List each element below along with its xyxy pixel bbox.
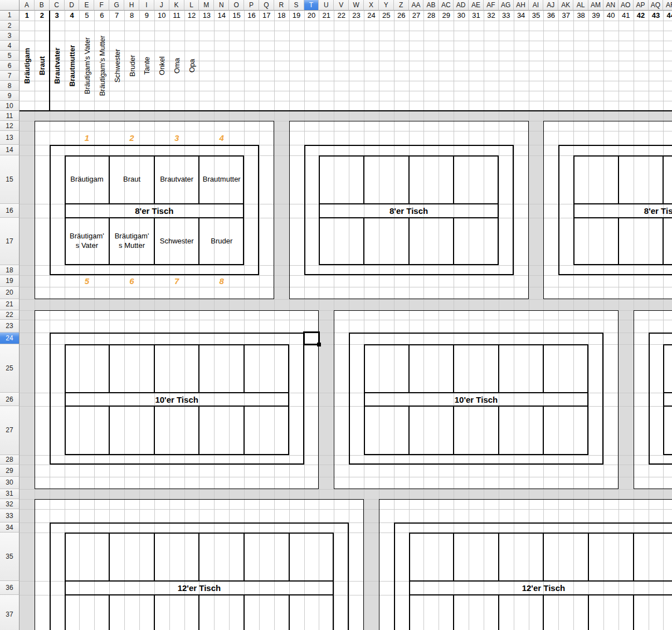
row-header-1[interactable]: 1 [0, 11, 20, 21]
seat[interactable]: Bräutigam [65, 155, 110, 204]
seat[interactable] [109, 533, 154, 580]
cell-row1[interactable]: 34 [514, 11, 529, 21]
column-header-O[interactable]: O [229, 0, 244, 11]
seat[interactable] [364, 155, 409, 204]
column-header-S[interactable]: S [289, 0, 304, 11]
seat[interactable] [199, 533, 244, 580]
cell-row1[interactable]: 1 [20, 11, 35, 21]
cell-row1[interactable]: 26 [394, 11, 409, 21]
seat[interactable] [364, 344, 409, 393]
seat[interactable] [573, 155, 619, 204]
seat[interactable] [199, 595, 244, 630]
row-header-4[interactable]: 4 [0, 41, 20, 51]
cell-row1[interactable]: 20 [304, 11, 319, 21]
seat[interactable] [619, 218, 664, 265]
seat[interactable] [663, 344, 672, 393]
seat[interactable] [499, 406, 544, 455]
seat[interactable] [409, 155, 454, 204]
row-header-32[interactable]: 32 [0, 499, 20, 509]
seat[interactable] [409, 406, 454, 455]
column-header-W[interactable]: W [349, 0, 364, 11]
row-header-30[interactable]: 30 [0, 477, 20, 489]
seat[interactable]: Bräutigam' s Mutter [109, 218, 154, 265]
seat[interactable] [543, 344, 588, 393]
row-header-35[interactable]: 35 [0, 533, 20, 580]
cell-row1[interactable]: 21 [319, 11, 334, 21]
column-header-AE[interactable]: AE [469, 0, 484, 11]
seat[interactable] [499, 595, 544, 630]
row-header-20[interactable]: 20 [0, 287, 20, 299]
seat[interactable] [289, 533, 334, 580]
column-header-I[interactable]: I [139, 0, 154, 11]
row-header-18[interactable]: 18 [0, 265, 20, 275]
seat[interactable] [543, 595, 588, 630]
seat[interactable] [244, 406, 289, 455]
cell-row1[interactable]: 33 [499, 11, 514, 21]
seat[interactable]: Bräutigam' s Vater [65, 218, 110, 265]
cell-row1[interactable]: 9 [139, 11, 154, 21]
seat[interactable] [109, 595, 154, 630]
row-header-3[interactable]: 3 [0, 31, 20, 41]
seat[interactable] [154, 344, 199, 393]
seat[interactable] [154, 406, 199, 455]
seat[interactable] [634, 533, 672, 580]
column-header-H[interactable]: H [124, 0, 139, 11]
seat[interactable] [109, 406, 154, 455]
row-header-24[interactable]: 24 [0, 333, 20, 345]
seat[interactable] [663, 406, 672, 455]
row-header-13[interactable]: 13 [0, 131, 20, 145]
seat[interactable]: Brautmutter [199, 155, 244, 204]
cell-row1[interactable]: 35 [529, 11, 544, 21]
cell-row1[interactable]: 39 [588, 11, 603, 21]
row-header-12[interactable]: 12 [0, 121, 20, 131]
row-header-21[interactable]: 21 [0, 299, 20, 310]
cell-row1[interactable]: 42 [634, 11, 649, 21]
column-header-AM[interactable]: AM [588, 0, 603, 11]
row-header-16[interactable]: 16 [0, 204, 20, 218]
column-header-AI[interactable]: AI [529, 0, 544, 11]
selection-fill-handle[interactable] [317, 343, 321, 346]
cell-row1[interactable]: 28 [423, 11, 439, 21]
row-header-10[interactable]: 10 [0, 101, 20, 111]
seat[interactable] [65, 344, 110, 393]
seat[interactable] [109, 344, 154, 393]
row-header-19[interactable]: 19 [0, 275, 20, 287]
seat[interactable] [65, 406, 110, 455]
cell-row1[interactable]: 15 [229, 11, 244, 21]
column-header-AH[interactable]: AH [514, 0, 529, 11]
seat[interactable] [454, 595, 499, 630]
column-header-AR[interactable]: AR [663, 0, 672, 11]
row-header-27[interactable]: 27 [0, 406, 20, 455]
seat[interactable] [199, 406, 244, 455]
seat[interactable]: Brautvater [154, 155, 199, 204]
cell-row1[interactable]: 24 [364, 11, 379, 21]
column-header-U[interactable]: U [319, 0, 334, 11]
cell-row1[interactable]: 43 [649, 11, 664, 21]
row-header-37[interactable]: 37 [0, 595, 20, 630]
seat[interactable] [65, 595, 110, 630]
cell-row1[interactable]: 18 [274, 11, 289, 21]
cell-row1[interactable]: 12 [184, 11, 199, 21]
seat[interactable] [454, 155, 499, 204]
column-header-AO[interactable]: AO [619, 0, 634, 11]
column-header-L[interactable]: L [184, 0, 199, 11]
column-header-AA[interactable]: AA [409, 0, 424, 11]
column-header-N[interactable]: N [214, 0, 229, 11]
row-header-28[interactable]: 28 [0, 455, 20, 465]
seat[interactable] [244, 344, 289, 393]
cell-row1[interactable]: 37 [558, 11, 573, 21]
column-header-AG[interactable]: AG [499, 0, 514, 11]
seat[interactable] [588, 595, 634, 630]
cell-row1[interactable]: 31 [469, 11, 484, 21]
cell-row1[interactable]: 19 [289, 11, 304, 21]
seat[interactable]: Braut [109, 155, 154, 204]
column-header-P[interactable]: P [244, 0, 259, 11]
seat[interactable]: Schwester [154, 218, 199, 265]
column-header-C[interactable]: C [50, 0, 65, 11]
seat[interactable] [543, 533, 588, 580]
row-header-22[interactable]: 22 [0, 310, 20, 320]
seat[interactable] [454, 218, 499, 265]
column-header-AP[interactable]: AP [634, 0, 649, 11]
seat[interactable] [244, 595, 289, 630]
row-header-5[interactable]: 5 [0, 51, 20, 61]
